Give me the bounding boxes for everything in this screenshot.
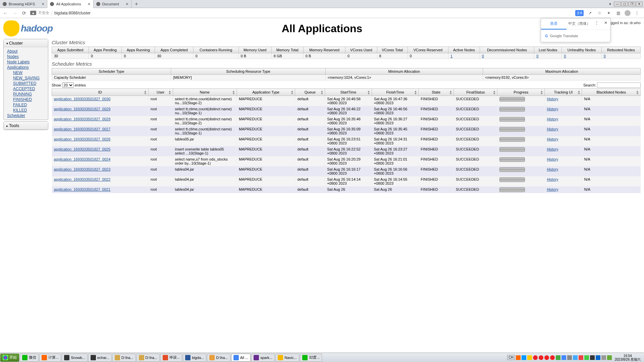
reload-button[interactable]: ⟳ bbox=[21, 10, 28, 16]
app-id-link[interactable]: application_1693033501827_0021 bbox=[54, 187, 111, 191]
translate-close-icon[interactable]: ✕ bbox=[601, 18, 610, 29]
google-icon: G bbox=[545, 34, 548, 38]
apps-column-header[interactable]: ID▲▼ bbox=[52, 89, 149, 96]
menu-icon[interactable]: ⋮ bbox=[634, 10, 640, 16]
sidebar-state-submitted[interactable]: SUBMITTED bbox=[13, 81, 45, 86]
apps-column-header[interactable]: FinishTime▲▼ bbox=[372, 89, 419, 96]
new-tab-button[interactable]: + bbox=[131, 1, 141, 7]
sidebar-link-about[interactable]: About bbox=[7, 49, 45, 54]
tab-applications[interactable]: All Applications × bbox=[47, 0, 93, 8]
app-id-link[interactable]: application_1693033501827_0024 bbox=[54, 157, 111, 161]
maximize-button[interactable]: ▢ bbox=[621, 2, 628, 6]
table-cell: Sat Aug 26 16:20:29 +0800 2023 bbox=[325, 156, 372, 166]
app-id-link[interactable]: application_1693033501827_0027 bbox=[54, 127, 111, 131]
tracking-link[interactable]: History bbox=[547, 137, 558, 141]
sidebar-state-killed[interactable]: KILLED bbox=[13, 108, 45, 113]
tracking-link[interactable]: History bbox=[547, 97, 558, 101]
apps-column-header[interactable]: Progress▲▼ bbox=[497, 89, 545, 96]
tracking-link[interactable]: History bbox=[547, 157, 558, 161]
translate-tab-chinese[interactable]: 中文（简体） bbox=[567, 18, 592, 29]
restore-button[interactable]: ❐ bbox=[629, 2, 635, 6]
scheduler-value: Capacity Scheduler bbox=[52, 75, 171, 80]
sidebar-state-new[interactable]: NEW bbox=[13, 70, 45, 75]
translate-tab-english[interactable]: 英语 bbox=[541, 18, 567, 29]
apps-column-header[interactable]: Application Type▲▼ bbox=[236, 89, 295, 96]
app-id-link[interactable]: application_1693033501827_0026 bbox=[54, 137, 111, 141]
table-cell: MAPREDUCE bbox=[236, 126, 295, 136]
sidebar-state-running[interactable]: RUNNING bbox=[13, 92, 45, 97]
apps-column-header[interactable]: State▲▼ bbox=[419, 89, 454, 96]
extensions-icon[interactable]: ✦ bbox=[606, 10, 612, 16]
star-icon[interactable]: ☆ bbox=[596, 10, 602, 16]
sidebar-link-nodes[interactable]: Nodes bbox=[7, 54, 45, 59]
apps-column-header[interactable]: Tracking UI▲▼ bbox=[545, 89, 582, 96]
table-cell: root bbox=[148, 96, 173, 106]
entries-select[interactable]: 20 bbox=[62, 82, 74, 88]
translate-menu-icon[interactable]: ⋮ bbox=[592, 18, 601, 29]
app-id-link[interactable]: application_1693033501827_0028 bbox=[54, 117, 111, 121]
sidebar-state-failed[interactable]: FAILED bbox=[13, 102, 45, 108]
sidebar-state-new_saving[interactable]: NEW_SAVING bbox=[13, 75, 45, 81]
search-input[interactable] bbox=[597, 82, 641, 88]
sidebar-link-node-labels[interactable]: Node Labels bbox=[7, 59, 45, 65]
tracking-link[interactable]: History bbox=[547, 167, 558, 171]
progress-bar bbox=[499, 187, 525, 192]
chevron-down-icon[interactable]: ▾ bbox=[606, 2, 614, 6]
share-icon[interactable]: ↗ bbox=[587, 10, 593, 16]
close-icon[interactable]: × bbox=[126, 1, 128, 7]
app-id-link[interactable]: application_1693033501827_0029 bbox=[54, 107, 111, 111]
metric-link[interactable]: 0 bbox=[482, 54, 484, 58]
table-cell: MAPREDUCE bbox=[236, 116, 295, 126]
table-cell: Sat Aug 26 16:14:14 +0800 2023 bbox=[325, 176, 372, 186]
table-row: application_1693033501827_0021roottables… bbox=[52, 186, 641, 193]
tracking-link[interactable]: History bbox=[547, 127, 558, 131]
table-cell: FINISHED bbox=[419, 106, 454, 116]
sidebar-state-accepted[interactable]: ACCEPTED bbox=[13, 86, 45, 92]
hadoop-logo[interactable]: hadoop bbox=[3, 19, 80, 38]
apps-column-header[interactable]: Blacklisted Nodes▲▼ bbox=[582, 89, 641, 96]
metric-link[interactable]: 1 bbox=[450, 54, 452, 58]
tracking-link[interactable]: History bbox=[547, 147, 558, 151]
back-button[interactable]: ← bbox=[2, 10, 9, 16]
sidebar-tools-header[interactable]: Tools bbox=[4, 122, 48, 130]
metric-link[interactable]: 0 bbox=[564, 54, 566, 58]
table-cell: N/A bbox=[582, 116, 641, 126]
sidebar-state-finished[interactable]: FINISHED bbox=[13, 97, 45, 102]
table-cell: Sat Aug 26 16:35:09 +0800 2023 bbox=[325, 126, 372, 136]
apps-column-header[interactable]: User▲▼ bbox=[148, 89, 173, 96]
forward-button[interactable]: → bbox=[11, 10, 18, 16]
tab-hdfs[interactable]: Browsing HDFS × bbox=[0, 0, 47, 8]
app-id-link[interactable]: application_1693033501827_0023 bbox=[54, 167, 111, 171]
progress-bar bbox=[499, 147, 525, 152]
sidebar-link-applications[interactable]: Applications bbox=[7, 65, 45, 70]
progress-bar bbox=[499, 127, 525, 132]
close-icon[interactable]: × bbox=[88, 1, 90, 7]
tracking-link[interactable]: History bbox=[547, 107, 558, 111]
scheduler-header: Maximum Allocation bbox=[483, 68, 641, 75]
tab-document[interactable]: Document × bbox=[94, 0, 131, 8]
apps-column-header[interactable]: Queue▲▼ bbox=[295, 89, 325, 96]
app-id-link[interactable]: application_1693033501827_0025 bbox=[54, 147, 111, 151]
metric-link[interactable]: 0 bbox=[536, 54, 538, 58]
profile-icon[interactable] bbox=[625, 10, 631, 16]
app-id-link[interactable]: application_1693033501827_0030 bbox=[54, 97, 111, 101]
table-cell: root bbox=[148, 156, 173, 166]
close-window-button[interactable]: ✕ bbox=[636, 2, 643, 6]
metric-link[interactable]: 0 bbox=[604, 54, 606, 58]
tracking-link[interactable]: History bbox=[547, 117, 558, 121]
translate-icon[interactable]: 文A bbox=[575, 10, 584, 16]
apps-column-header[interactable]: Name▲▼ bbox=[173, 89, 236, 96]
apps-column-header[interactable]: StartTime▲▼ bbox=[325, 89, 372, 96]
tracking-link[interactable]: History bbox=[547, 177, 558, 181]
close-icon[interactable]: × bbox=[42, 1, 44, 7]
table-cell: root bbox=[148, 166, 173, 176]
sidepanel-icon[interactable]: ▥ bbox=[615, 10, 621, 16]
minimize-button[interactable]: — bbox=[614, 2, 621, 6]
sidebar-link-scheduler[interactable]: Scheduler bbox=[7, 113, 45, 118]
url-field[interactable]: ▲ 不安全 | bigdata:8088/cluster bbox=[30, 10, 573, 15]
app-id-link[interactable]: application_1693033501827_0022 bbox=[54, 177, 111, 181]
sidebar-cluster-header[interactable]: Cluster bbox=[4, 39, 48, 47]
tracking-link[interactable]: History bbox=[547, 187, 558, 191]
apps-column-header[interactable]: FinalStatus▲▼ bbox=[454, 89, 497, 96]
table-cell: root bbox=[148, 176, 173, 186]
